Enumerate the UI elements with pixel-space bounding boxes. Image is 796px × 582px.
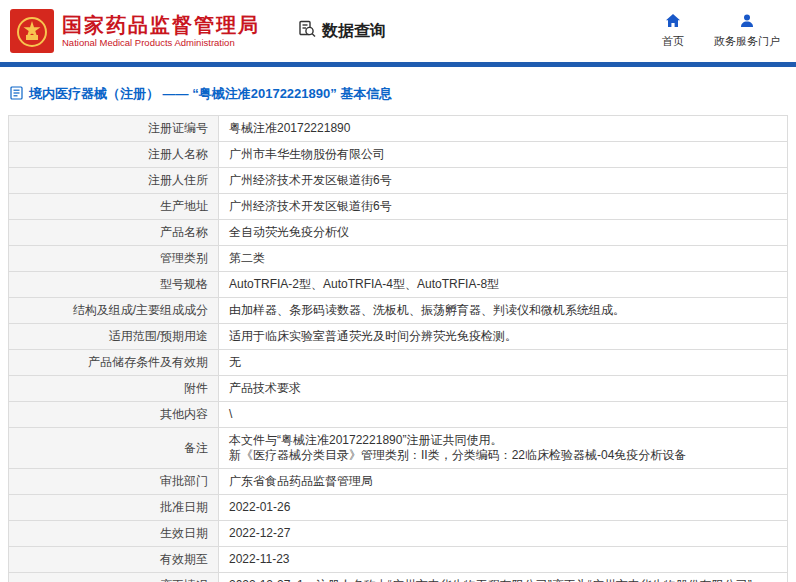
row-label: 变更情况 [9,573,219,582]
row-value: 适用于临床实验室普通荧光及时间分辨荧光免疫检测。 [219,324,788,350]
row-value: AutoTRFIA-2型、AutoTRFIA-4型、AutoTRFIA-8型 [219,272,788,298]
row-label: 型号规格 [9,272,219,298]
row-label: 注册人名称 [9,142,219,168]
table-row: 结构及组成/主要组成成分 由加样器、条形码读数器、洗板机、振荡孵育器、判读仪和微… [9,298,788,324]
table-row: 注册证编号 粤械注准20172221890 [9,116,788,142]
row-value: 产品技术要求 [219,376,788,402]
row-value: 广州经济技术开发区银道街6号 [219,194,788,220]
row-value: \ [219,402,788,428]
table-row: 其他内容 \ [9,402,788,428]
row-label: 注册人住所 [9,168,219,194]
nav-home-label: 首页 [662,34,684,49]
row-label: 结构及组成/主要组成成分 [9,298,219,324]
section-title-block: 数据查询 [298,20,386,42]
nav-home[interactable]: 首页 [662,13,684,49]
table-row: 备注 本文件与“粤械注准20172221890”注册证共同使用。 新《医疗器械分… [9,428,788,469]
registration-info-table: 注册证编号 粤械注准20172221890 注册人名称 广州市丰华生物股份有限公… [8,115,788,582]
row-value: 广州经济技术开发区银道街6号 [219,168,788,194]
row-value: 无 [219,350,788,376]
header: 国家药品监督管理局 National Medical Products Admi… [0,0,796,62]
person-icon [739,13,755,31]
row-label: 产品储存条件及有效期 [9,350,219,376]
row-value: 由加样器、条形码读数器、洗板机、振荡孵育器、判读仪和微机系统组成。 [219,298,788,324]
data-query-title: 数据查询 [322,21,386,42]
page-title-text: 境内医疗器械（注册） —— “粤械注准20172221890” 基本信息 [29,85,392,103]
row-label: 适用范围/预期用途 [9,324,219,350]
row-label: 产品名称 [9,220,219,246]
row-value: 粤械注准20172221890 [219,116,788,142]
top-navigation: 首页 政务服务门户 [662,13,780,49]
brand: 国家药品监督管理局 National Medical Products Admi… [10,9,260,53]
row-label: 生产地址 [9,194,219,220]
home-icon [665,13,681,31]
row-label: 管理类别 [9,246,219,272]
row-label: 其他内容 [9,402,219,428]
brand-text: 国家药品监督管理局 National Medical Products Admi… [62,13,260,49]
data-query-icon [298,20,316,42]
row-value: 2022-12-27: 1、注册人名称由“广州市丰华生物工程有限公司”变更为“广… [219,573,788,582]
nav-portal-label: 政务服务门户 [714,34,780,49]
table-row: 审批部门 广东省食品药品监督管理局 [9,469,788,495]
table-row: 产品名称 全自动荧光免疫分析仪 [9,220,788,246]
table-row: 注册人住所 广州经济技术开发区银道街6号 [9,168,788,194]
national-emblem-logo [10,9,54,53]
main-content: 境内医疗器械（注册） —— “粤械注准20172221890” 基本信息 注册证… [0,67,796,582]
row-label: 批准日期 [9,495,219,521]
row-label: 有效期至 [9,547,219,573]
table-row: 型号规格 AutoTRFIA-2型、AutoTRFIA-4型、AutoTRFIA… [9,272,788,298]
table-row: 管理类别 第二类 [9,246,788,272]
row-label: 生效日期 [9,521,219,547]
row-label: 注册证编号 [9,116,219,142]
table-row: 生效日期 2022-12-27 [9,521,788,547]
row-value: 全自动荧光免疫分析仪 [219,220,788,246]
row-label: 审批部门 [9,469,219,495]
row-label: 附件 [9,376,219,402]
row-value: 2022-11-23 [219,547,788,573]
table-row: 产品储存条件及有效期 无 [9,350,788,376]
row-label: 备注 [9,428,219,469]
row-value: 第二类 [219,246,788,272]
page-title: 境内医疗器械（注册） —— “粤械注准20172221890” 基本信息 [10,85,788,103]
table-row: 注册人名称 广州市丰华生物股份有限公司 [9,142,788,168]
agency-title: 国家药品监督管理局 [62,13,260,37]
table-row: 生产地址 广州经济技术开发区银道街6号 [9,194,788,220]
table-row: 附件 产品技术要求 [9,376,788,402]
document-icon [10,86,23,103]
nav-portal[interactable]: 政务服务门户 [714,13,780,49]
table-row: 适用范围/预期用途 适用于临床实验室普通荧光及时间分辨荧光免疫检测。 [9,324,788,350]
agency-subtitle: National Medical Products Administration [62,37,260,49]
row-value: 广州市丰华生物股份有限公司 [219,142,788,168]
table-row: 有效期至 2022-11-23 [9,547,788,573]
table-row: 批准日期 2022-01-26 [9,495,788,521]
row-value: 2022-12-27 [219,521,788,547]
row-value: 本文件与“粤械注准20172221890”注册证共同使用。 新《医疗器械分类目录… [219,428,788,469]
row-value: 广东省食品药品监督管理局 [219,469,788,495]
row-value: 2022-01-26 [219,495,788,521]
table-row: 变更情况 2022-12-27: 1、注册人名称由“广州市丰华生物工程有限公司”… [9,573,788,582]
